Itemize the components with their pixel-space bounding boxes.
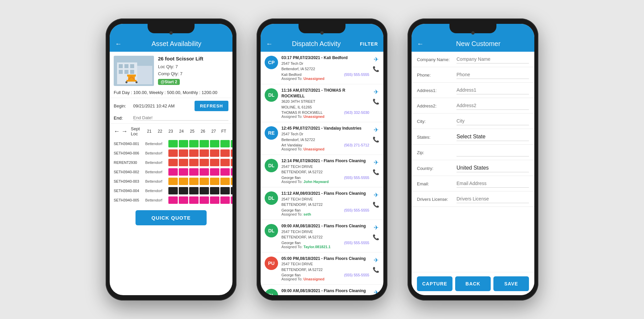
dispatch-phone[interactable]: (555) 555-5555 [344,241,369,245]
phone-call-icon[interactable]: 📞 [373,169,379,175]
asset-row: SETH3940-005 Bettendorf [110,195,232,205]
color-cell [231,149,232,157]
dispatch-assigned: Assigned To: Unassigned [281,277,369,281]
dispatch-address1: 2547 Tech Dr [281,61,369,66]
dispatch-action-icons: ✈ 📞 [373,256,379,273]
phone-call-icon[interactable]: 📞 [373,136,379,143]
color-cell [168,196,178,204]
dispatch-name: THOMAS R ROCKWELL [281,110,323,115]
form-input-city[interactable] [457,117,529,125]
form-input-address1[interactable] [457,86,529,94]
dispatch-item[interactable]: DL 09:00 AM,08/19/2021 - Flans Floors Cl… [261,285,383,295]
back-arrow-3[interactable]: ← [417,40,424,48]
asset-row: SETH3940-001 Bettendorf [110,139,232,148]
quick-quote-button[interactable]: QUICK QUOTE [136,210,207,225]
cal-date-ft: FT [219,129,228,134]
navigate-icon[interactable]: ✈ [374,289,379,295]
dispatch-item[interactable]: DL 12:14 PM,07/28/2021 - Flans Floors Cl… [261,155,383,187]
phone-call-icon[interactable]: 📞 [373,267,379,273]
dispatch-name: Art Vandalay [281,143,302,147]
form-input-zip[interactable] [457,148,529,156]
begin-label: Begin: [114,103,130,108]
navigate-icon[interactable]: ✈ [374,257,379,264]
color-cell [179,140,188,147]
form-row-dl: Drivers License: [412,191,534,207]
filter-button[interactable]: FILTER [360,41,378,47]
dispatch-assigned: Assigned To: seth [281,212,369,216]
screen2-content: CP 03:17 PM,07/23/2021 - Kali Bedford 25… [261,52,383,295]
capture-button[interactable]: CAPTURE [417,276,452,291]
dispatch-item[interactable]: DL 09:00 AM,08/18/2021 - Flans Floors Cl… [261,220,383,253]
end-date-input[interactable] [133,115,228,121]
form-input-dl[interactable] [457,195,529,203]
form-input-address2[interactable] [457,101,529,110]
color-cells [168,168,232,176]
dispatch-item[interactable]: DL 11:16 AM,07/27/2021 - THOMAS R ROCKWE… [261,84,383,123]
dispatch-phone[interactable]: (555) 555-5555 [344,273,369,277]
dispatch-item[interactable]: PU 05:00 PM,08/18/2021 - Flans Floors Cl… [261,253,383,285]
dispatch-address1: 3620 34TH STREET [281,99,369,104]
save-button[interactable]: SAVE [493,276,529,291]
dispatch-item[interactable]: DL 11:12 AM,08/03/2021 - Flans Floors Cl… [261,187,383,220]
navigate-icon[interactable]: ✈ [374,191,379,199]
dispatch-bottom: George flan (555) 555-5555 [281,208,369,212]
navigate-icon[interactable]: ✈ [374,88,379,96]
notch-3 [449,24,496,33]
dispatch-bottom: Kali Bedford (555) 555-5555 [281,73,369,77]
assigned-value: Unassigned [304,147,324,151]
dispatch-item[interactable]: CP 03:17 PM,07/23/2021 - Kali Bedford 25… [261,52,383,84]
cal-date-24: 24 [176,129,187,134]
dispatch-info: 03:17 PM,07/23/2021 - Kali Bedford 2547 … [281,55,369,81]
phone-call-icon[interactable]: 📞 [373,66,379,72]
refresh-button[interactable]: REFRESH [195,101,228,111]
asset-row-name: SETH3940-005 [114,198,144,202]
speaker-2 [320,31,324,35]
dispatch-address2: Bettendorf, IA 52722 [281,66,369,72]
navigate-icon[interactable]: ✈ [374,224,379,231]
form-select-state[interactable]: Select State [457,132,529,141]
back-button[interactable]: BACK [455,276,491,291]
form-input-phone[interactable] [457,71,529,79]
dispatch-phone[interactable]: (555) 555-5555 [344,208,369,212]
dispatch-assigned: Assigned To: Unassigned [281,77,369,81]
color-cell [179,196,188,204]
color-cells [168,159,232,166]
nav-arrows[interactable]: ← → [114,128,127,135]
navigate-icon[interactable]: ✈ [374,56,379,63]
bottom-buttons: CAPTURE BACK SAVE [412,272,534,295]
dispatch-item[interactable]: RE 12:45 PM,07/27/2021 - Vandalay Indust… [261,122,383,155]
cal-date-26: 26 [198,129,208,134]
dispatch-title: 09:00 AM,08/19/2021 - Flans Floors Clean… [281,288,369,294]
dispatch-phone[interactable]: (555) 555-5555 [344,176,369,180]
color-cell [189,159,199,166]
dispatch-address1: 2547 Tech Dr [281,131,369,137]
dispatch-address2: BETTENDORF, IA 52722 [281,169,369,175]
navigate-icon[interactable]: ✈ [374,159,379,166]
color-cell [189,168,199,176]
dispatch-phone[interactable]: (563) 271-5712 [344,143,369,147]
back-arrow-1[interactable]: ← [115,40,122,48]
color-cell [179,187,188,194]
form-input-company[interactable] [457,55,529,63]
form-select-country[interactable]: United States [457,164,529,172]
asset-row: SETH3940-002 Bettendorf [110,167,232,177]
form-label-dl: Drivers License: [417,197,454,203]
dispatch-phone[interactable]: (563) 332-5030 [344,110,369,115]
begin-value: 09/21/2021 10:42 AM [133,103,175,108]
dispatch-name: George flan [281,241,301,245]
color-cell [220,196,230,204]
navigate-icon[interactable]: ✈ [374,126,379,134]
dispatch-phone[interactable]: (555) 555-5555 [344,73,369,77]
begin-row: Begin: 09/21/2021 10:42 AM REFRESH [110,98,232,114]
assigned-value: seth [304,212,311,216]
phone-call-icon[interactable]: 📞 [373,98,379,105]
phone-call-icon[interactable]: 📞 [373,201,379,208]
color-cell [220,168,230,176]
back-arrow-2[interactable]: ← [266,40,273,48]
asset-comp-qty: Comp Qty: 7 [158,71,228,78]
phone-call-icon[interactable]: 📞 [373,234,379,240]
form-input-email[interactable] [457,179,529,188]
form-label-address2: Address2: [417,103,454,110]
cal-date-25: 25 [187,129,198,134]
end-label: End: [114,116,130,121]
